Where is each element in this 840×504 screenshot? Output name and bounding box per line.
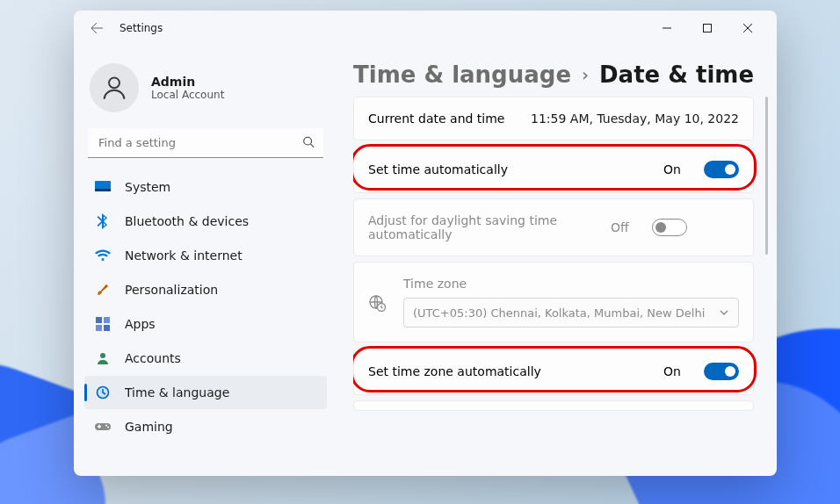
sidebar: Admin Local Account System Bluetooth & d… bbox=[74, 46, 337, 476]
set-time-auto-state: On bbox=[663, 162, 681, 176]
current-datetime-value: 11:59 AM, Tuesday, May 10, 2022 bbox=[531, 112, 739, 126]
maximize-button[interactable] bbox=[687, 14, 728, 42]
sidebar-item-label: Time & language bbox=[125, 385, 229, 400]
dst-auto-label: Adjust for daylight saving time automati… bbox=[368, 213, 597, 241]
search-box bbox=[88, 128, 323, 158]
dst-auto-toggle bbox=[652, 219, 687, 236]
breadcrumb-parent[interactable]: Time & language bbox=[353, 61, 571, 88]
svg-rect-8 bbox=[104, 325, 110, 331]
system-icon bbox=[95, 179, 111, 195]
set-tz-auto-card: Set time zone automatically On bbox=[353, 348, 754, 395]
dst-auto-card: Adjust for daylight saving time automati… bbox=[353, 198, 754, 256]
svg-rect-15 bbox=[98, 425, 100, 428]
globe-clock-icon bbox=[368, 294, 386, 312]
svg-point-1 bbox=[109, 77, 119, 88]
svg-rect-5 bbox=[96, 317, 102, 323]
set-tz-auto-toggle[interactable] bbox=[704, 363, 739, 380]
svg-point-12 bbox=[105, 425, 107, 427]
user-name: Admin bbox=[151, 75, 224, 89]
user-info: Admin Local Account bbox=[151, 75, 224, 101]
maximize-icon bbox=[703, 24, 712, 32]
gaming-icon bbox=[95, 419, 111, 435]
search-icon bbox=[302, 135, 315, 152]
accounts-icon bbox=[95, 350, 111, 366]
sidebar-item-apps[interactable]: Apps bbox=[84, 307, 327, 341]
breadcrumb: Time & language › Date & time bbox=[353, 61, 770, 88]
minimize-icon bbox=[663, 24, 671, 32]
time-zone-selected: (UTC+05:30) Chennai, Kolkata, Mumbai, Ne… bbox=[413, 306, 705, 320]
sidebar-item-bluetooth[interactable]: Bluetooth & devices bbox=[84, 205, 327, 238]
time-zone-select: (UTC+05:30) Chennai, Kolkata, Mumbai, Ne… bbox=[403, 298, 739, 328]
minimize-button[interactable] bbox=[647, 14, 687, 42]
sidebar-item-time-language[interactable]: Time & language bbox=[84, 376, 327, 409]
page-title: Date & time bbox=[599, 61, 754, 88]
main-content: Time & language › Date & time Current da… bbox=[337, 46, 777, 476]
next-card-peek bbox=[353, 400, 754, 411]
sidebar-item-label: Apps bbox=[125, 317, 156, 331]
set-tz-auto-state: On bbox=[663, 364, 681, 378]
set-time-auto-card: Set time automatically On bbox=[353, 146, 754, 193]
sidebar-item-label: Network & internet bbox=[125, 248, 243, 263]
sidebar-item-system[interactable]: System bbox=[84, 170, 327, 204]
avatar bbox=[90, 63, 139, 112]
sidebar-item-label: Accounts bbox=[125, 351, 181, 365]
search-input[interactable] bbox=[88, 128, 323, 158]
nav-list: System Bluetooth & devices Network & int… bbox=[84, 170, 327, 443]
svg-point-2 bbox=[304, 137, 312, 145]
time-zone-title: Time zone bbox=[403, 277, 739, 291]
user-profile[interactable]: Admin Local Account bbox=[84, 56, 327, 128]
window-title: Settings bbox=[119, 22, 163, 34]
time-language-icon bbox=[95, 385, 111, 400]
chevron-right-icon: › bbox=[582, 64, 589, 85]
sidebar-item-personalization[interactable]: Personalization bbox=[84, 273, 327, 306]
sidebar-item-gaming[interactable]: Gaming bbox=[84, 410, 327, 443]
apps-icon bbox=[95, 316, 111, 332]
brush-icon bbox=[95, 282, 111, 298]
sidebar-item-accounts[interactable]: Accounts bbox=[84, 342, 327, 375]
svg-rect-4 bbox=[95, 189, 111, 191]
close-button[interactable] bbox=[728, 14, 768, 42]
back-arrow-icon bbox=[90, 21, 104, 35]
scrollbar-thumb[interactable] bbox=[765, 97, 768, 255]
svg-point-13 bbox=[107, 427, 109, 428]
sidebar-item-label: Gaming bbox=[125, 420, 173, 434]
settings-window: Settings Admin Local Account bbox=[74, 11, 777, 476]
time-zone-card: Time zone (UTC+05:30) Chennai, Kolkata, … bbox=[353, 262, 754, 342]
svg-point-9 bbox=[100, 353, 105, 358]
current-datetime-label: Current date and time bbox=[368, 112, 517, 126]
set-tz-auto-label: Set time zone automatically bbox=[368, 364, 649, 378]
dst-auto-state: Off bbox=[611, 220, 629, 234]
current-datetime-card: Current date and time 11:59 AM, Tuesday,… bbox=[353, 97, 754, 140]
sidebar-item-label: System bbox=[125, 180, 170, 194]
sidebar-item-label: Personalization bbox=[125, 283, 218, 297]
svg-rect-7 bbox=[96, 325, 102, 331]
back-button[interactable] bbox=[83, 14, 111, 42]
wifi-icon bbox=[95, 248, 111, 263]
sidebar-item-label: Bluetooth & devices bbox=[125, 214, 249, 228]
chevron-down-icon bbox=[719, 307, 729, 318]
person-icon bbox=[99, 73, 129, 103]
sidebar-item-network[interactable]: Network & internet bbox=[84, 239, 327, 272]
close-icon bbox=[743, 24, 752, 32]
set-time-auto-toggle[interactable] bbox=[704, 161, 739, 178]
user-account-type: Local Account bbox=[151, 89, 224, 101]
title-bar: Settings bbox=[74, 11, 777, 46]
bluetooth-icon bbox=[95, 213, 111, 229]
svg-rect-6 bbox=[104, 317, 110, 323]
svg-rect-0 bbox=[704, 25, 712, 32]
set-time-auto-label: Set time automatically bbox=[368, 162, 649, 176]
